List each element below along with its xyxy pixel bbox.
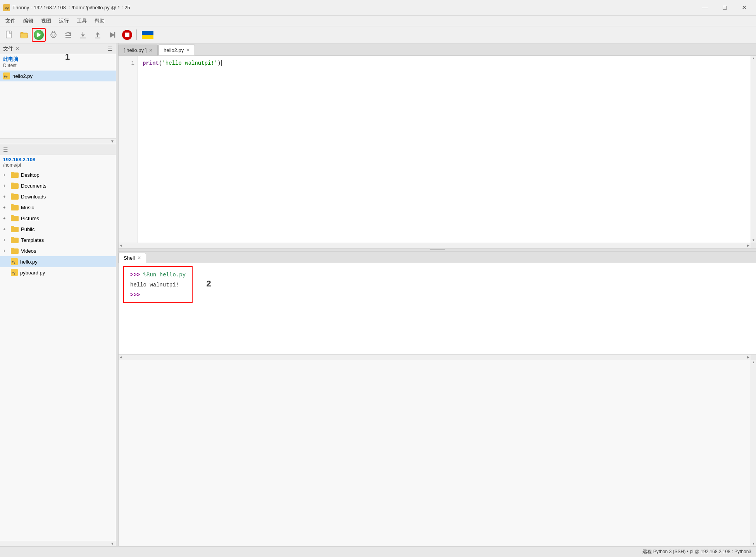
svg-marker-15 xyxy=(96,32,100,34)
tab-close-icon[interactable]: ✕ xyxy=(149,48,153,53)
close-button[interactable]: ✕ xyxy=(735,2,753,14)
folder-name: Templates xyxy=(21,237,44,243)
menu-run[interactable]: 运行 xyxy=(55,17,73,25)
hscroll-right-arrow[interactable]: ▶ xyxy=(746,243,751,248)
menu-edit[interactable]: 编辑 xyxy=(19,17,37,25)
status-text: 远程 Python 3 (SSH) • pi @ 192.168.2.108 :… xyxy=(642,548,751,555)
shell-tab[interactable]: Shell ✕ xyxy=(119,253,146,263)
vscroll-track[interactable] xyxy=(751,61,756,238)
shell-vscroll-track[interactable] xyxy=(751,365,756,541)
expand-icon: + xyxy=(3,183,9,188)
menu-tools[interactable]: 工具 xyxy=(73,17,91,25)
remote-location-title[interactable]: 192.168.2.108 xyxy=(3,157,113,162)
below-shell-area: ▲ ▼ xyxy=(119,360,756,547)
folder-icon xyxy=(11,204,19,210)
title-bar-left: Py Thonny - 192.168.2.108 :: /home/pi/he… xyxy=(3,4,130,11)
shell-vscroll-up[interactable]: ▲ xyxy=(751,360,756,365)
step-over-button[interactable] xyxy=(61,28,75,42)
tab-hello2-py[interactable]: hello2.py ✕ xyxy=(158,45,195,55)
remote-folder-downloads[interactable]: + Downloads xyxy=(0,191,116,202)
local-file-list: Py hello2.py xyxy=(0,70,116,138)
shell-content[interactable]: >>> %Run hello.py hello walnutpi! >>> 2 xyxy=(119,263,756,354)
new-file-button[interactable] xyxy=(2,28,16,42)
expand-icon: + xyxy=(3,194,9,199)
shell-line-3: >>> xyxy=(130,291,186,299)
shell-hscroll-corner xyxy=(751,355,756,360)
svg-point-7 xyxy=(55,33,56,34)
ukraine-flag-button[interactable] xyxy=(139,28,156,42)
remote-folder-desktop[interactable]: + Desktop xyxy=(0,169,116,180)
svg-point-3 xyxy=(51,32,56,38)
expand-icon: + xyxy=(3,248,9,253)
local-panel-title: 文件 xyxy=(3,45,13,52)
local-location-path: D:\test xyxy=(3,63,113,68)
text-cursor xyxy=(221,60,222,66)
svg-rect-2 xyxy=(6,31,11,38)
editor-vscrollbar[interactable]: ▲ ▼ xyxy=(751,56,756,243)
remote-file-hellopy[interactable]: + Py hello.py xyxy=(0,256,116,267)
menu-help[interactable]: 帮助 xyxy=(91,17,108,25)
shell-hscroll-left[interactable]: ◀ xyxy=(119,355,123,360)
py-file-icon: Py xyxy=(3,72,10,79)
local-panel-header: 文件 ✕ ☰ xyxy=(0,43,116,54)
line-numbers: 1 xyxy=(119,56,138,243)
folder-name: Pictures xyxy=(21,216,39,221)
code-content[interactable]: print('hello walnutpi!') xyxy=(138,56,751,243)
svg-text:Py: Py xyxy=(12,260,15,264)
step-out-button[interactable] xyxy=(91,28,105,42)
svg-text:Py: Py xyxy=(12,271,15,275)
editor-tab-bar: [ hello.py ] ✕ hello2.py ✕ xyxy=(119,43,756,56)
remote-folder-videos[interactable]: + Videos xyxy=(0,245,116,256)
local-panel-hscroll[interactable]: ▼ xyxy=(0,138,116,144)
shell-hscroll-track[interactable] xyxy=(123,355,746,360)
step-into-button[interactable] xyxy=(76,28,90,42)
remote-folder-documents[interactable]: + Documents xyxy=(0,180,116,191)
local-file-hello2py[interactable]: Py hello2.py xyxy=(0,71,116,81)
remote-panel-hscroll[interactable]: ▼ xyxy=(0,541,116,546)
menu-view[interactable]: 视图 xyxy=(37,17,55,25)
local-location-title[interactable]: 此电脑 xyxy=(3,56,113,63)
shell-hscroll-right[interactable]: ▶ xyxy=(746,355,751,360)
vscroll-down-arrow[interactable]: ▼ xyxy=(751,238,756,243)
debug-button[interactable] xyxy=(46,28,60,42)
remote-file-pyboardpy[interactable]: + Py pyboard.py xyxy=(0,267,116,278)
tab-hello-py-bracket[interactable]: [ hello.py ] ✕ xyxy=(119,45,158,55)
tab-label: hello2.py xyxy=(164,47,184,53)
local-panel-menu-icon[interactable]: ☰ xyxy=(108,46,113,52)
toolbar-separator xyxy=(136,29,137,40)
editor-hscrollbar[interactable]: ◀ ▶ xyxy=(119,243,756,248)
shell-hscrollbar[interactable]: ◀ ▶ xyxy=(119,354,756,360)
minimize-button[interactable]: — xyxy=(696,2,714,14)
folder-name: Music xyxy=(21,205,34,210)
shell-vscrollbar[interactable]: ▲ ▼ xyxy=(751,360,756,547)
vscroll-up-arrow[interactable]: ▲ xyxy=(751,56,756,61)
local-panel-close[interactable]: ✕ xyxy=(15,46,19,52)
left-panel: 文件 ✕ ☰ 此电脑 D:\test Py hello2.py xyxy=(0,43,116,546)
editor-area[interactable]: 1 print('hello walnutpi!') ▲ ▼ xyxy=(119,56,756,243)
menu-file[interactable]: 文件 xyxy=(2,17,19,25)
remote-panel-menu-icon[interactable]: ☰ xyxy=(3,147,8,153)
step-out-icon xyxy=(93,31,102,39)
remote-file-panel: ☰ 192.168.2.108 /home/pi + Desktop xyxy=(0,144,116,546)
maximize-button[interactable]: □ xyxy=(716,2,734,14)
remote-folder-public[interactable]: + Public xyxy=(0,224,116,235)
remote-location: 192.168.2.108 /home/pi xyxy=(0,155,116,169)
remote-folder-templates[interactable]: + Templates xyxy=(0,235,116,245)
line-num-1: 1 xyxy=(119,59,138,67)
shell-vscroll-down[interactable]: ▼ xyxy=(751,541,756,546)
expand-icon: + xyxy=(3,172,9,177)
svg-marker-17 xyxy=(110,32,115,38)
hscroll-track[interactable] xyxy=(123,243,746,248)
stop-button[interactable] xyxy=(120,28,134,42)
shell-tab-close-icon[interactable]: ✕ xyxy=(137,255,141,260)
remote-location-path: /home/pi xyxy=(3,162,113,168)
remote-folder-music[interactable]: + Music xyxy=(0,202,116,213)
run-button[interactable] xyxy=(32,28,46,42)
open-button[interactable] xyxy=(17,28,31,42)
editor-shell-resize-handle[interactable] xyxy=(119,248,756,251)
remote-folder-pictures[interactable]: + Pictures xyxy=(0,213,116,224)
hscroll-left-arrow[interactable]: ◀ xyxy=(119,243,123,248)
open-icon xyxy=(20,31,28,39)
resume-button[interactable] xyxy=(105,28,119,42)
tab-close-icon[interactable]: ✕ xyxy=(186,47,190,53)
